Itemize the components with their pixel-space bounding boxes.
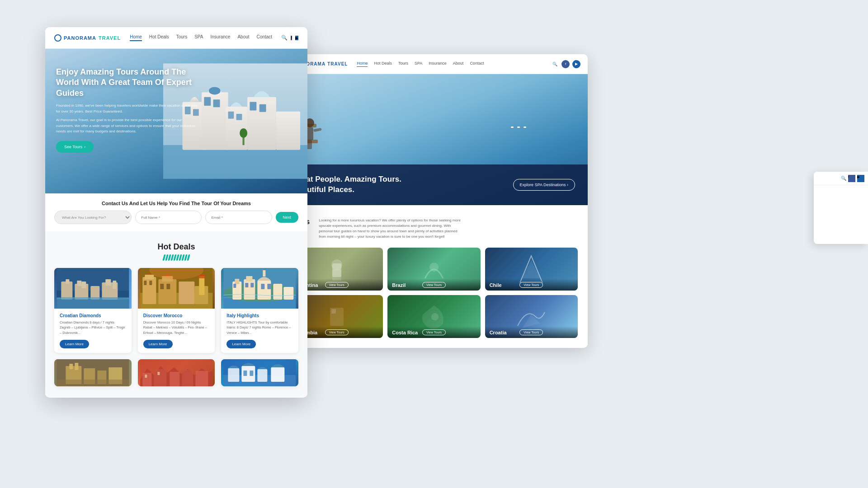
- nav-icons-front: 🔍 f ▶: [281, 35, 298, 41]
- svg-rect-20: [213, 99, 220, 107]
- costa-rica-view-tours-button[interactable]: View Tours: [422, 329, 446, 335]
- svg-rect-26: [259, 104, 266, 112]
- nav-insurance-back[interactable]: Insurance: [429, 61, 447, 67]
- facebook-icon-back[interactable]: f: [561, 60, 570, 68]
- nav-home-front[interactable]: Home: [130, 34, 142, 41]
- svg-rect-36: [77, 281, 81, 286]
- nav-hotdeals-front[interactable]: Hot Deals: [149, 34, 169, 41]
- svg-point-7: [331, 259, 342, 270]
- nav-about-back[interactable]: About: [453, 61, 464, 67]
- logo-front: PANORAMA TRAVEL: [54, 34, 121, 42]
- croatia-view-tours-button[interactable]: View Tours: [519, 329, 543, 335]
- svg-rect-87: [195, 371, 208, 386]
- partial-nav-bar: 🔍 f ▶: [814, 172, 868, 185]
- italy-deal-body: Italy Highlights ITALY HIGHLIGHTS Tour b…: [221, 309, 298, 353]
- youtube-icon-front[interactable]: ▶: [295, 36, 298, 40]
- partial-search-icon[interactable]: 🔍: [841, 176, 846, 181]
- morocco-deal-desc: Discover Morocco 10 Days / 09 Nights Rab…: [143, 320, 210, 335]
- svg-rect-62: [235, 279, 240, 284]
- brand-name-front: PANORAMA: [64, 35, 96, 41]
- hero-back-title-line2: Beautiful Places.: [293, 185, 401, 195]
- facebook-icon-front[interactable]: f: [291, 36, 292, 40]
- croatia-learn-more-button[interactable]: Learn More: [60, 340, 89, 348]
- svg-rect-68: [258, 281, 271, 300]
- tour-card-brazil: Brazil View Tours: [387, 248, 480, 291]
- svg-rect-46: [145, 275, 154, 279]
- deal-card-morocco: Discover Morocco Discover Morocco 10 Day…: [138, 268, 215, 353]
- svg-rect-37: [81, 282, 86, 288]
- svg-point-12: [431, 313, 439, 320]
- svg-rect-22: [228, 112, 234, 119]
- svg-point-30: [209, 87, 221, 95]
- hero-front: Enjoy Amazing Tours Around The World Wit…: [45, 49, 307, 193]
- deal-card-italy: Italy Highlights ITALY HIGHLIGHTS Tour b…: [221, 268, 298, 353]
- contact-bar: Contact Us And Let Us Help You Find The …: [45, 193, 307, 231]
- svg-rect-42: [57, 297, 129, 309]
- browser-partial-nav: 🔍 f ▶: [814, 172, 868, 244]
- partial-facebook-icon[interactable]: f: [848, 175, 855, 182]
- svg-rect-56: [198, 275, 205, 278]
- nav-tours-back[interactable]: Tours: [398, 61, 408, 67]
- svg-rect-11: [331, 309, 336, 314]
- email-input[interactable]: [205, 211, 272, 224]
- deals-grid: Croatian Diamonds Croatian Diamonds 8 da…: [54, 268, 298, 353]
- hot-deals-title: Hot Deals: [54, 242, 298, 252]
- search-icon-front[interactable]: 🔍: [281, 35, 288, 41]
- nav-home-back[interactable]: Home: [357, 61, 368, 67]
- svg-rect-65: [246, 276, 253, 282]
- contact-form: What Are You Looking For? Next: [54, 211, 298, 224]
- section-divider: [54, 254, 298, 261]
- search-icon-back[interactable]: 🔍: [551, 60, 559, 68]
- nav-spa-back[interactable]: SPA: [415, 61, 422, 67]
- svg-rect-41: [113, 281, 116, 289]
- next-button[interactable]: Next: [276, 212, 299, 223]
- brand-tagline-front: TRAVEL: [99, 35, 121, 41]
- see-tours-button[interactable]: See Tours ›: [56, 141, 94, 153]
- looking-for-dropdown[interactable]: What Are You Looking For?: [54, 211, 132, 224]
- colombia-view-tours-button[interactable]: View Tours: [325, 329, 349, 335]
- morocco-deal-image: [138, 268, 215, 309]
- nav-contact-back[interactable]: Contact: [470, 61, 484, 67]
- morocco-deal-body: Discover Morocco Discover Morocco 10 Day…: [138, 309, 215, 353]
- hero-overlay-back: Great People. Amazing Tours. Beautiful P…: [280, 164, 588, 205]
- browser-window-back: PANORAMA TRAVEL Home Hot Deals Tours SPA…: [280, 54, 588, 348]
- chile-view-tours-button[interactable]: View Tours: [519, 282, 543, 288]
- hot-deals-section: Hot Deals: [45, 231, 307, 397]
- nav-tours-front[interactable]: Tours: [176, 34, 187, 41]
- nav-hotdeals-back[interactable]: Hot Deals: [374, 61, 392, 67]
- svg-rect-25: [250, 102, 256, 110]
- contact-bar-title: Contact Us And Let Us Help You Find The …: [54, 201, 298, 206]
- italy-learn-more-button[interactable]: Learn More: [226, 340, 256, 348]
- svg-rect-88: [145, 375, 147, 378]
- nav-links-front: Home Hot Deals Tours SPA Insurance About…: [130, 34, 275, 41]
- youtube-icon-back[interactable]: ▶: [572, 60, 580, 68]
- hero-overlay-text: Great People. Amazing Tours. Beautiful P…: [293, 174, 401, 195]
- partial-youtube-icon[interactable]: ▶: [857, 175, 864, 182]
- svg-point-9: [429, 263, 439, 272]
- explore-spa-button[interactable]: Explore SPA Destinations ›: [513, 179, 575, 191]
- divider-decoration: [163, 254, 189, 261]
- argentina-view-tours-button[interactable]: View Tours: [325, 282, 349, 288]
- svg-rect-52: [166, 284, 170, 289]
- full-name-input[interactable]: [135, 211, 202, 224]
- see-tours-arrow-icon: ›: [84, 145, 85, 149]
- deals-grid-second-row: [54, 359, 298, 386]
- morocco-learn-more-button[interactable]: Learn More: [143, 340, 173, 348]
- nav-insurance-front[interactable]: Insurance: [210, 34, 230, 41]
- navbar-front: PANORAMA TRAVEL Home Hot Deals Tours SPA…: [45, 27, 307, 49]
- brazil-view-tours-button[interactable]: View Tours: [422, 282, 446, 288]
- svg-rect-86: [182, 370, 193, 386]
- svg-rect-96: [258, 369, 268, 382]
- nav-spa-front[interactable]: SPA: [194, 34, 203, 41]
- brand-tagline-back: TRAVEL: [327, 61, 348, 66]
- svg-rect-89: [157, 372, 160, 375]
- svg-rect-67: [251, 283, 254, 287]
- browser-window-front: PANORAMA TRAVEL Home Hot Deals Tours SPA…: [45, 27, 307, 398]
- tour-card-chile: Chile View Tours: [485, 248, 578, 291]
- tours-desc-back: Looking for a more luxurious vacation? W…: [319, 218, 463, 239]
- svg-rect-34: [66, 279, 69, 284]
- nav-contact-front[interactable]: Contact: [257, 34, 272, 41]
- hero-back: Great People. Amazing Tours. Beautiful P…: [280, 74, 588, 205]
- svg-rect-85: [170, 372, 179, 386]
- nav-about-front[interactable]: About: [237, 34, 249, 41]
